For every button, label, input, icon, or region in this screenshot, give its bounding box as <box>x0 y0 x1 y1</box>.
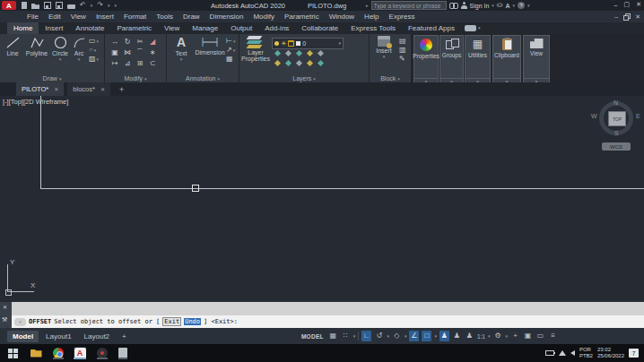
network-icon[interactable] <box>559 350 566 356</box>
text-dropdown-icon[interactable]: ▾ <box>180 57 183 62</box>
leader-tool[interactable]: ↗▾ <box>226 47 235 54</box>
ribbon-tab-collaborate[interactable]: Collaborate <box>295 22 344 34</box>
dimension-style-tool[interactable]: ⊢▾ <box>226 38 235 45</box>
rotate-icon[interactable]: ↻ <box>121 37 134 47</box>
table-tool[interactable]: ▦ <box>226 56 235 63</box>
modify-panel-footer[interactable]: Modify ▾ <box>105 75 166 82</box>
taskbar-chrome[interactable] <box>52 347 65 359</box>
open-file-icon[interactable] <box>31 4 39 9</box>
app-store-cart-icon[interactable]: ⛀ <box>497 2 503 9</box>
sign-in-label[interactable]: Sign In <box>470 3 490 9</box>
drawing-line-vertical[interactable] <box>40 96 41 189</box>
dim-dropdown-icon[interactable]: ▾ <box>233 39 236 44</box>
command-history[interactable]: Current settings: Erase source=No Layer=… <box>12 302 644 315</box>
polar-dropdown-icon[interactable]: ▾ <box>387 334 389 339</box>
layer-tool-icon[interactable] <box>306 59 317 69</box>
taskbar-notes-app[interactable] <box>117 347 129 359</box>
viewcube-north[interactable]: N <box>614 99 618 106</box>
taskbar-clock[interactable]: 23:02 25/06/2022 <box>597 347 624 359</box>
search-icon[interactable] <box>449 3 458 8</box>
command-close-icon[interactable]: ✕ <box>3 304 7 310</box>
close-tab-icon[interactable]: ✕ <box>100 86 105 92</box>
notification-center-icon[interactable]: 7 <box>629 349 639 358</box>
isometric-drafting-icon[interactable]: ◇ <box>392 331 402 341</box>
wcs-button[interactable]: WCS <box>602 142 631 151</box>
ribbon-tab-home[interactable]: Home <box>7 22 39 34</box>
taskbar-autocad[interactable]: A <box>74 347 86 359</box>
annotation-autoscale-icon[interactable]: ♟ <box>452 331 462 341</box>
volume-icon[interactable] <box>570 350 575 356</box>
language-indicator[interactable]: POR PTB2 <box>579 347 593 359</box>
line-button[interactable]: Line <box>2 36 23 56</box>
dimension-button[interactable]: Dimension <box>192 36 228 56</box>
close-button[interactable]: ✕ <box>636 1 641 8</box>
layer-dropdown-arrow-icon[interactable]: ▾ <box>338 41 341 46</box>
new-file-icon[interactable] <box>22 2 27 9</box>
menu-draw[interactable]: Draw <box>183 13 200 21</box>
offset-icon[interactable]: ⊂ <box>146 58 159 69</box>
viewcube-top-face[interactable]: TOP <box>608 111 626 126</box>
graphics-performance-icon[interactable]: ▭ <box>535 331 545 341</box>
isodraft-dropdown-icon[interactable]: ▾ <box>405 334 407 339</box>
file-tab-blocos[interactable]: blocos* ✕ <box>67 82 110 96</box>
ellipse-tool[interactable]: ○▾ <box>89 47 99 54</box>
trim-icon[interactable]: ✂ <box>134 37 146 47</box>
recent-commands-icon[interactable]: ▾ <box>14 318 26 326</box>
taskbar-file-explorer[interactable] <box>30 347 42 359</box>
layers-panel-footer[interactable]: Layers ▾ <box>239 75 369 82</box>
workspace-dropdown-icon[interactable]: ▾ <box>505 334 508 339</box>
menu-dimension[interactable]: Dimension <box>210 13 244 21</box>
mirror-icon[interactable]: ⋈ <box>121 47 134 58</box>
hatch-dropdown-icon[interactable]: ▾ <box>97 57 100 62</box>
autodesk-app-icon[interactable]: A <box>506 3 510 9</box>
ribbon-tab-annotate[interactable]: Annotate <box>69 22 110 34</box>
layer-tool-icon[interactable] <box>284 49 295 59</box>
insert-dropdown-icon[interactable]: ▾ <box>383 55 386 59</box>
move-icon[interactable]: ↔ <box>109 37 121 47</box>
new-file-tab-button[interactable]: + <box>119 85 124 94</box>
circle-button[interactable]: Circle ▾ <box>50 36 70 62</box>
annotation-visibility-icon[interactable]: ♟ <box>439 331 449 341</box>
start-button[interactable] <box>6 347 19 359</box>
save-icon[interactable] <box>44 2 51 9</box>
circle-dropdown-icon[interactable]: ▾ <box>59 57 62 62</box>
menu-modify[interactable]: Modify <box>253 13 274 21</box>
drawing-line-horizontal[interactable] <box>40 188 644 189</box>
arc-dropdown-icon[interactable]: ▾ <box>78 57 81 62</box>
ribbon-tab-featured-apps[interactable]: Featured Apps <box>402 22 461 34</box>
manage-attributes-tool[interactable]: ✎ <box>399 56 406 63</box>
leader-dropdown-icon[interactable]: ▾ <box>233 48 236 53</box>
doc-close-button[interactable]: ✕ <box>635 13 640 21</box>
object-snap-tracking-icon[interactable]: ∠ <box>409 331 419 341</box>
ribbon-tab-insert[interactable]: Insert <box>39 22 69 34</box>
layout-tab-layout2[interactable]: Layout2 <box>79 331 115 342</box>
customization-plus-icon[interactable]: + <box>510 331 520 341</box>
plot-icon[interactable] <box>67 4 75 9</box>
polyline-button[interactable]: Polyline <box>24 36 49 56</box>
viewport-controls[interactable]: [-][Top][2D Wireframe] <box>3 98 68 106</box>
menu-parametric[interactable]: Parametric <box>284 13 319 21</box>
rectangle-tool[interactable]: ▭▾ <box>89 38 99 45</box>
layer-tool-icon[interactable] <box>284 59 295 69</box>
create-block-tool[interactable]: ▥ <box>399 47 406 54</box>
insert-button[interactable]: Insert ▾ <box>372 36 396 59</box>
command-option-undo[interactable]: Undo <box>184 318 201 325</box>
app-dropdown-icon[interactable]: ▾ <box>513 4 516 8</box>
redo-dropdown-icon[interactable]: ▾ <box>108 4 110 8</box>
scale-dropdown-icon[interactable]: ▾ <box>488 334 491 339</box>
erase-icon[interactable]: ◢ <box>146 37 159 47</box>
copy-icon[interactable]: ▣ <box>109 47 121 58</box>
menu-insert[interactable]: Insert <box>96 13 114 21</box>
draw-panel-footer[interactable]: Draw ▾ <box>0 75 104 82</box>
viewcube-east[interactable]: E <box>636 113 640 119</box>
ortho-mode-icon[interactable]: ∟ <box>361 331 371 341</box>
menu-format[interactable]: Format <box>124 13 146 21</box>
annotation-panel-footer[interactable]: Annotation ▾ <box>167 75 239 82</box>
battery-icon[interactable] <box>545 350 554 356</box>
menu-edit[interactable]: Edit <box>48 13 61 21</box>
menu-view[interactable]: View <box>71 13 86 21</box>
ribbon-tab-express-tools[interactable]: Express Tools <box>344 22 402 34</box>
command-input-line[interactable]: ▾ OFFSET Select object to offset or [ Ex… <box>12 315 644 328</box>
search-input[interactable] <box>371 1 447 10</box>
layer-tool-icon[interactable] <box>317 59 327 69</box>
